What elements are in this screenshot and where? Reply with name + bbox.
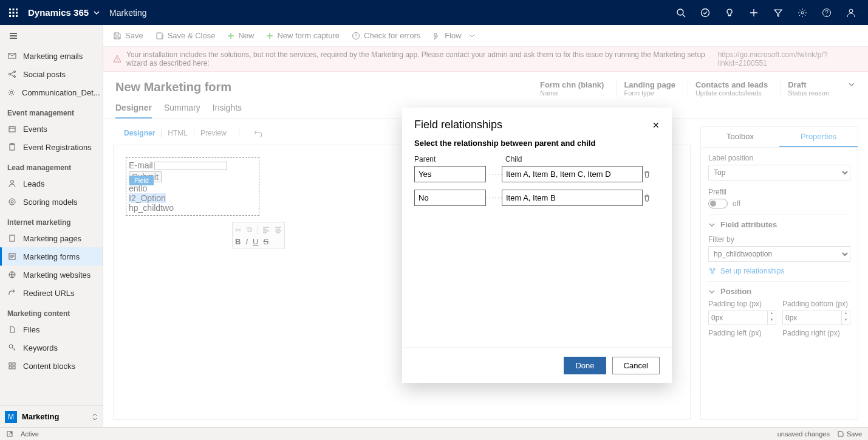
svg-rect-8 [16,15,18,17]
svg-rect-26 [10,235,15,241]
svg-rect-20 [9,126,15,132]
svg-point-18 [14,76,16,78]
svg-rect-2 [16,9,18,10]
dialog-subtitle: Select the relationship between parent a… [402,136,672,155]
delete-icon[interactable] [643,194,660,202]
nav-head-content: Marketing content [0,302,103,320]
gear-icon [7,88,16,97]
mail-icon [7,51,17,61]
svg-rect-32 [9,366,12,369]
cancel-button[interactable]: Cancel [612,357,660,374]
app-name[interactable]: Marketing [109,8,146,18]
parent-input[interactable] [414,190,486,206]
svg-point-11 [702,9,709,16]
area-switcher[interactable]: M Marketing [0,405,103,427]
nav-events[interactable]: Events [0,120,103,138]
sidebar: Marketing emails Social posts Communicat… [0,25,103,427]
task-icon[interactable] [693,0,717,25]
nav-label: Events [23,125,47,134]
nav-label: Content blocks [23,362,75,371]
svg-point-24 [9,199,15,205]
nav-event-registrations[interactable]: Event Registrations [0,138,103,156]
nav-communication-det[interactable]: Communication_Det... [0,83,103,101]
status-unsaved: unsaved changes [777,430,830,438]
svg-point-19 [10,91,13,94]
gear-icon[interactable] [790,0,815,25]
svg-point-17 [14,71,16,73]
done-button[interactable]: Done [564,357,606,374]
globe-icon [7,270,17,280]
nav-content-blocks[interactable]: Content blocks [0,357,103,375]
svg-rect-0 [9,9,11,10]
col-parent: Parent [414,155,487,163]
bulb-icon[interactable] [717,0,742,25]
target-icon [7,197,17,207]
nav-label: Marketing forms [23,252,80,261]
area-badge: M [5,411,17,423]
nav-marketing-pages[interactable]: Marketing pages [0,229,103,247]
block-icon [7,361,17,371]
nav-leads[interactable]: Leads [0,174,103,193]
svg-rect-5 [16,12,18,13]
svg-rect-31 [13,363,15,365]
status-save[interactable]: Save [837,430,862,438]
child-input[interactable] [502,190,643,206]
nav-files[interactable]: Files [0,320,103,339]
nav-head-event: Event management [0,101,103,120]
plus-icon[interactable] [742,0,766,25]
svg-point-16 [9,74,11,75]
share-icon [7,69,17,79]
product-name[interactable]: Dynamics 365 [28,7,89,18]
svg-rect-1 [13,9,15,10]
nav-label: Keywords [23,343,58,352]
svg-point-14 [849,9,853,13]
child-input[interactable] [502,166,643,182]
person-icon [7,179,17,188]
nav-label: Files [23,325,39,334]
nav-label: Redirect URLs [23,289,75,298]
nav-marketing-forms[interactable]: Marketing forms [0,247,103,266]
svg-point-12 [801,12,804,14]
help-icon[interactable] [815,0,839,25]
nav-label: Marketing pages [23,234,81,243]
main: Save Save & Close New New form capture C… [103,25,868,427]
calendar-icon [7,124,17,134]
nav-label: Event Registrations [23,143,92,152]
svg-point-9 [677,9,683,15]
app-launcher-icon[interactable] [5,4,22,21]
relationship-row: ······ [414,190,660,206]
hamburger-icon[interactable] [0,25,103,47]
svg-rect-6 [9,15,11,17]
nav-marketing-websites[interactable]: Marketing websites [0,266,103,284]
chevron-down-icon[interactable] [94,10,100,16]
nav-social-posts[interactable]: Social posts [0,65,103,83]
nav-marketing-emails[interactable]: Marketing emails [0,47,103,65]
delete-icon[interactable] [643,170,660,179]
area-label: Marketing [22,412,59,421]
nav-redirect-urls[interactable]: Redirect URLs [0,284,103,302]
nav-keywords[interactable]: Keywords [0,339,103,357]
nav-scoring-models[interactable]: Scoring models [0,193,103,211]
parent-input[interactable] [414,166,486,182]
form-icon [7,252,17,261]
svg-rect-7 [13,15,15,17]
svg-point-25 [11,201,13,203]
svg-rect-33 [13,366,15,369]
clipboard-icon [7,142,17,152]
connector-icon: ······ [486,194,502,201]
svg-rect-3 [9,12,11,13]
search-icon[interactable] [669,0,693,25]
field-relationships-dialog: Field relationships ✕ Select the relatio… [402,108,672,383]
popout-icon[interactable] [6,430,13,438]
updown-icon [92,413,98,421]
dialog-title: Field relationships [414,119,502,131]
page-icon [7,233,17,243]
svg-rect-4 [13,12,15,13]
nav-label: Marketing websites [23,270,91,280]
close-icon[interactable]: ✕ [652,120,660,130]
filter-icon[interactable] [766,0,790,25]
col-child: Child [505,155,660,163]
user-icon[interactable] [839,0,863,25]
svg-line-10 [683,15,685,17]
svg-rect-30 [9,363,12,365]
